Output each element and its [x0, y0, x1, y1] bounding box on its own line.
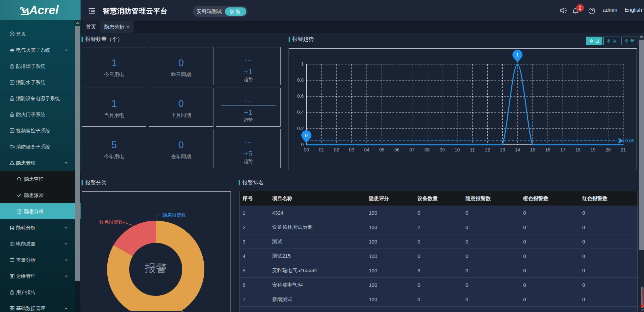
svg-text:19: 19 — [590, 147, 596, 152]
svg-text:0.2: 0.2 — [297, 126, 304, 131]
svg-text:报警: 报警 — [144, 262, 167, 274]
svg-text:11: 11 — [470, 147, 475, 152]
svg-text:0: 0 — [301, 142, 304, 147]
svg-text:04: 04 — [364, 147, 369, 152]
svg-text:05: 05 — [379, 147, 385, 152]
svg-text:12: 12 — [485, 147, 490, 152]
svg-text:14: 14 — [515, 147, 521, 152]
svg-text:0.6: 0.6 — [297, 93, 304, 99]
svg-text:07: 07 — [409, 147, 415, 152]
svg-text:00: 00 — [304, 147, 309, 152]
svg-text:10: 10 — [455, 147, 460, 152]
svg-text:03: 03 — [349, 147, 354, 152]
svg-text:02: 02 — [334, 147, 339, 152]
svg-text:隐患报警数: 隐患报警数 — [162, 212, 186, 218]
svg-text:09: 09 — [440, 147, 445, 152]
svg-text:06: 06 — [394, 147, 400, 152]
svg-text:01: 01 — [319, 147, 324, 152]
svg-text:0: 0 — [305, 133, 308, 138]
svg-text:20: 20 — [605, 147, 611, 152]
svg-text:18: 18 — [575, 147, 581, 152]
svg-text:13: 13 — [500, 147, 505, 152]
svg-text:0.05: 0.05 — [625, 138, 634, 143]
svg-text:16: 16 — [545, 147, 550, 152]
svg-text:17: 17 — [560, 147, 565, 152]
svg-text:红色报警数: 红色报警数 — [99, 219, 123, 225]
svg-text:1: 1 — [301, 61, 304, 66]
svg-text:1: 1 — [516, 52, 519, 57]
svg-text:15: 15 — [530, 147, 535, 152]
svg-text:0.4: 0.4 — [297, 109, 304, 115]
svg-text:0.8: 0.8 — [297, 77, 304, 83]
svg-text:21: 21 — [621, 147, 626, 152]
svg-text:08: 08 — [425, 147, 430, 152]
